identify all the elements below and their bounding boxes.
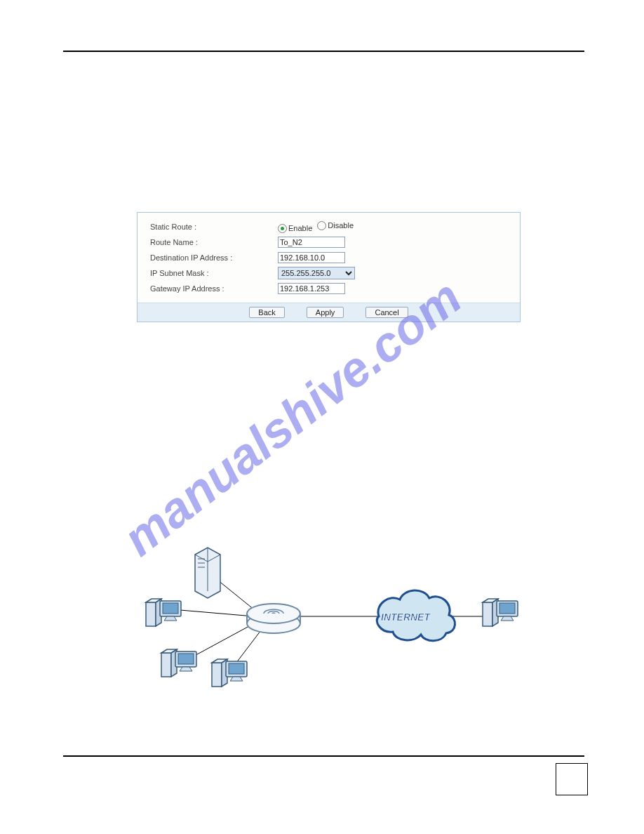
svg-line-2 [189, 622, 257, 658]
top-rule [63, 51, 584, 52]
svg-rect-10 [163, 603, 178, 614]
row-subnet: IP Subnet Mask : 255.255.255.0 [150, 266, 507, 280]
radio-disable[interactable]: Disable [317, 221, 354, 230]
svg-rect-8 [146, 602, 156, 626]
label-route-name: Route Name : [150, 238, 278, 246]
cancel-button[interactable]: Cancel [365, 307, 408, 318]
svg-point-7 [247, 604, 300, 623]
radio-enable[interactable]: Enable [278, 224, 312, 233]
pc-icon [212, 659, 247, 687]
router-icon [247, 604, 300, 633]
cloud-label: INTERNET [381, 611, 431, 623]
label-subnet: IP Subnet Mask : [150, 269, 278, 277]
row-dest-ip: Destination IP Address : [150, 251, 507, 265]
radio-disable-dot [317, 221, 326, 230]
svg-rect-11 [161, 653, 171, 677]
svg-rect-14 [212, 663, 222, 687]
dest-ip-input[interactable] [278, 252, 345, 263]
svg-rect-16 [229, 663, 244, 674]
svg-rect-13 [178, 654, 194, 664]
svg-rect-19 [499, 603, 515, 614]
server-icon [195, 548, 220, 598]
bottom-rule [63, 755, 584, 757]
pc-icon [146, 599, 181, 626]
radio-enable-label: Enable [288, 224, 312, 232]
diagram-svg: INTERNET [133, 546, 523, 708]
subnet-select[interactable]: 255.255.255.0 [278, 267, 355, 279]
row-static-route: Static Route : Enable Disable [150, 220, 507, 234]
pc-icon [161, 649, 196, 677]
row-route-name: Route Name : [150, 235, 507, 249]
label-static-route: Static Route : [150, 223, 278, 231]
apply-button[interactable]: Apply [307, 307, 344, 318]
label-dest-ip: Destination IP Address : [150, 253, 278, 262]
back-button[interactable]: Back [249, 307, 284, 318]
radio-enable-dot [278, 224, 287, 233]
radio-disable-label: Disable [328, 221, 354, 230]
page-number-box [556, 763, 588, 795]
static-route-radios: Enable Disable [278, 221, 356, 233]
gateway-input[interactable] [278, 283, 345, 294]
svg-rect-17 [483, 602, 492, 626]
label-gateway: Gateway IP Address : [150, 284, 278, 293]
svg-line-1 [172, 609, 254, 616]
pc-icon [483, 599, 518, 626]
network-diagram: INTERNET [133, 546, 523, 708]
route-name-input[interactable] [278, 237, 345, 248]
row-gateway: Gateway IP Address : [150, 282, 507, 296]
form-body: Static Route : Enable Disable Route Name… [137, 213, 520, 303]
form-footer: Back Apply Cancel [137, 303, 520, 322]
static-route-form: Static Route : Enable Disable Route Name… [137, 212, 521, 322]
internet-cloud-icon: INTERNET [377, 590, 455, 641]
